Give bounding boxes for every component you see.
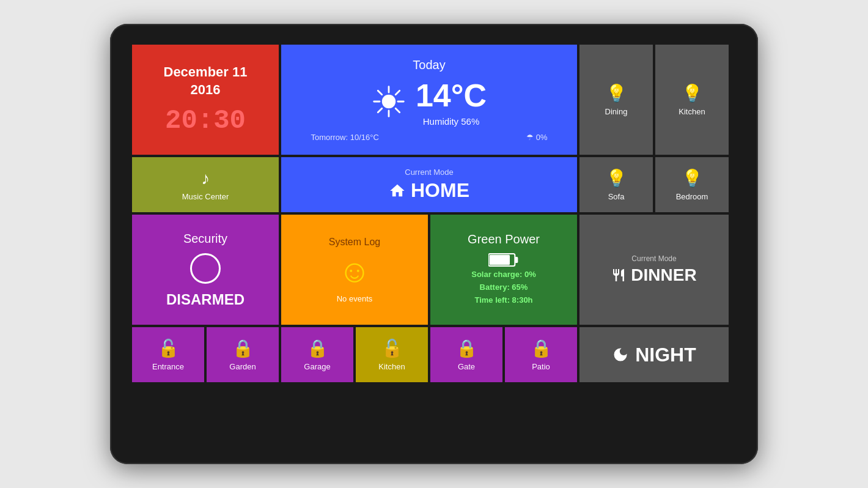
syslog-status: No events (337, 294, 373, 303)
home-mode-label: Current Mode (405, 168, 453, 177)
weather-title: Today (413, 58, 445, 72)
dinner-icon (611, 268, 626, 283)
lock-label-gate: Gate (458, 362, 475, 371)
solar-label: Solar charge: 0% (471, 270, 536, 279)
temperature: 14°C (416, 77, 487, 114)
bulb-icon: 💡 (682, 168, 703, 188)
tile-lock-patio[interactable]: 🔒 Patio (505, 327, 577, 382)
tile-lock-entrance[interactable]: 🔓 Entrance (132, 327, 204, 382)
lock-icon: 🔒 (456, 338, 477, 358)
dinner-mode-value: DINNER (631, 265, 696, 285)
security-status: DISARMED (166, 291, 245, 308)
lock-icon: 🔓 (158, 338, 179, 358)
bulb-icon: 💡 (682, 83, 703, 103)
tile-syslog[interactable]: System Log ☺ No events (281, 215, 428, 325)
time-label: Time left: 8:30h (474, 295, 532, 305)
lock-icon: 🔒 (531, 338, 552, 358)
bulb-icon: 💡 (606, 168, 627, 188)
tile-light-kitchen[interactable]: 💡 Kitchen (655, 45, 729, 155)
tile-home-mode[interactable]: Current Mode HOME (281, 157, 577, 212)
tile-dinner-mode[interactable]: Current Mode DINNER (579, 215, 729, 325)
lock-icon: 🔒 (232, 338, 254, 358)
green-power-title: Green Power (468, 232, 540, 246)
security-circle (190, 253, 221, 284)
night-mode-value: NIGHT (635, 344, 696, 366)
tile-light-bedroom[interactable]: 💡 Bedroom (655, 157, 729, 212)
svg-line-7 (395, 91, 400, 95)
svg-line-6 (395, 108, 400, 113)
home-icon (389, 182, 406, 199)
tile-datetime[interactable]: December 11 2016 20:30 (132, 45, 279, 155)
syslog-title: System Log (329, 237, 380, 248)
tile-lock-kitchen[interactable]: 🔓 Kitchen (356, 327, 428, 382)
svg-rect-10 (515, 257, 518, 263)
device-frame: December 11 2016 20:30 Today (110, 24, 758, 464)
lock-label-entrance: Entrance (152, 362, 184, 371)
svg-rect-11 (490, 255, 510, 265)
light-label-kitchen: Kitchen (679, 107, 705, 116)
dinner-mode-label: Current Mode (631, 254, 676, 263)
lock-label-garage: Garage (304, 362, 330, 371)
tile-security[interactable]: Security DISARMED (132, 215, 279, 325)
tomorrow-label: Tomorrow: 10/16°C (311, 133, 378, 142)
light-label-bedroom: Bedroom (676, 192, 708, 201)
locks-row: 🔓 Entrance 🔒 Garden 🔒 Garage 🔓 Kitchen 🔒 (132, 327, 577, 382)
tile-light-sofa[interactable]: 💡 Sofa (579, 157, 653, 212)
moon-icon (612, 346, 629, 363)
tile-lock-garden[interactable]: 🔒 Garden (207, 327, 279, 382)
music-label: Music Center (182, 192, 229, 201)
time-display: 20:30 (165, 105, 246, 136)
bulb-icon: 💡 (606, 83, 627, 103)
tile-lock-gate[interactable]: 🔒 Gate (430, 327, 502, 382)
rain-icon-area: ☂ 0% (526, 133, 547, 142)
battery-icon (488, 251, 519, 268)
svg-point-0 (382, 95, 395, 108)
dashboard: December 11 2016 20:30 Today (132, 45, 736, 443)
tile-green-power[interactable]: Green Power Solar charge: 0% Battery: 65… (430, 215, 577, 325)
power-stats: Solar charge: 0% Battery: 65% Time left:… (471, 268, 536, 306)
home-mode-value: HOME (411, 179, 469, 202)
tile-light-dining[interactable]: 💡 Dining (579, 45, 653, 155)
humidity: Humidity 56% (416, 116, 487, 127)
music-icon: ♪ (201, 169, 210, 188)
svg-line-8 (378, 108, 382, 113)
tile-music[interactable]: ♪ Music Center (132, 157, 279, 212)
lock-icon: 🔓 (381, 338, 403, 358)
tile-weather[interactable]: Today 14°C Humidity 56% (281, 45, 577, 155)
light-label-sofa: Sofa (608, 192, 625, 201)
svg-line-5 (378, 91, 382, 95)
battery-label: Battery: 65% (480, 283, 528, 292)
security-title: Security (183, 232, 227, 246)
tile-night-mode[interactable]: NIGHT (579, 327, 729, 382)
lock-icon: 🔒 (307, 338, 328, 358)
date-line1: December 11 2016 (164, 64, 248, 98)
light-label-dining: Dining (605, 107, 628, 116)
sun-icon (372, 84, 406, 119)
tile-lock-garage[interactable]: 🔒 Garage (281, 327, 353, 382)
lock-label-garden: Garden (229, 362, 256, 371)
lock-label-patio: Patio (532, 362, 550, 371)
smiley-icon: ☺ (338, 253, 370, 289)
lock-label-kitchen: Kitchen (378, 362, 405, 371)
